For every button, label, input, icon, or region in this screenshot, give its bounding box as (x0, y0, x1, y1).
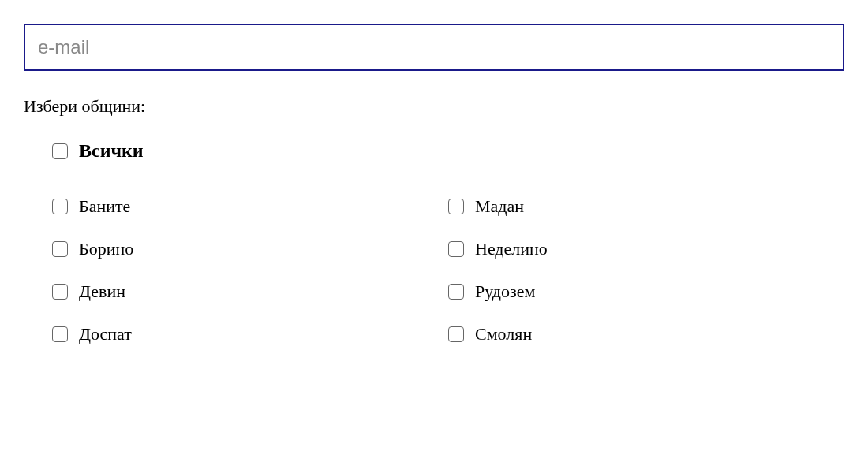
checkbox-nedelino[interactable] (448, 241, 464, 257)
right-column: Мадан Неделино Рудозем Смолян (448, 196, 844, 367)
checkbox-row: Борино (52, 239, 448, 259)
form-container: Избери общини: Всички Баните Борино Деви… (0, 0, 868, 367)
select-municipalities-label: Избери общини: (24, 96, 844, 117)
checkbox-rudozem[interactable] (448, 284, 464, 300)
checkbox-devin[interactable] (52, 284, 68, 300)
checkbox-label: Мадан (475, 196, 524, 217)
checkbox-dospat[interactable] (52, 326, 68, 342)
checkbox-all[interactable] (52, 143, 68, 159)
checkbox-all-label: Всички (79, 140, 144, 162)
checkbox-row: Рудозем (448, 281, 844, 302)
municipality-columns: Баните Борино Девин Доспат Мадан Н (52, 196, 844, 367)
checkbox-label: Неделино (475, 239, 548, 259)
checkbox-borino[interactable] (52, 241, 68, 257)
checkbox-row: Баните (52, 196, 448, 217)
checkbox-row: Мадан (448, 196, 844, 217)
checkbox-smolyan[interactable] (448, 326, 464, 342)
checkbox-label: Баните (79, 196, 130, 217)
checkbox-all-row: Всички (52, 140, 844, 162)
checkbox-madan[interactable] (448, 199, 464, 214)
left-column: Баните Борино Девин Доспат (52, 196, 448, 367)
checkbox-label: Борино (79, 239, 133, 259)
checkbox-row: Доспат (52, 324, 448, 345)
email-input[interactable] (24, 24, 844, 71)
checkbox-label: Смолян (475, 324, 532, 345)
checkbox-label: Рудозем (475, 281, 535, 302)
checkbox-row: Смолян (448, 324, 844, 345)
checkbox-label: Доспат (79, 324, 132, 345)
checkbox-row: Неделино (448, 239, 844, 259)
checkbox-row: Девин (52, 281, 448, 302)
checkbox-label: Девин (79, 281, 125, 302)
checkbox-banite[interactable] (52, 199, 68, 214)
